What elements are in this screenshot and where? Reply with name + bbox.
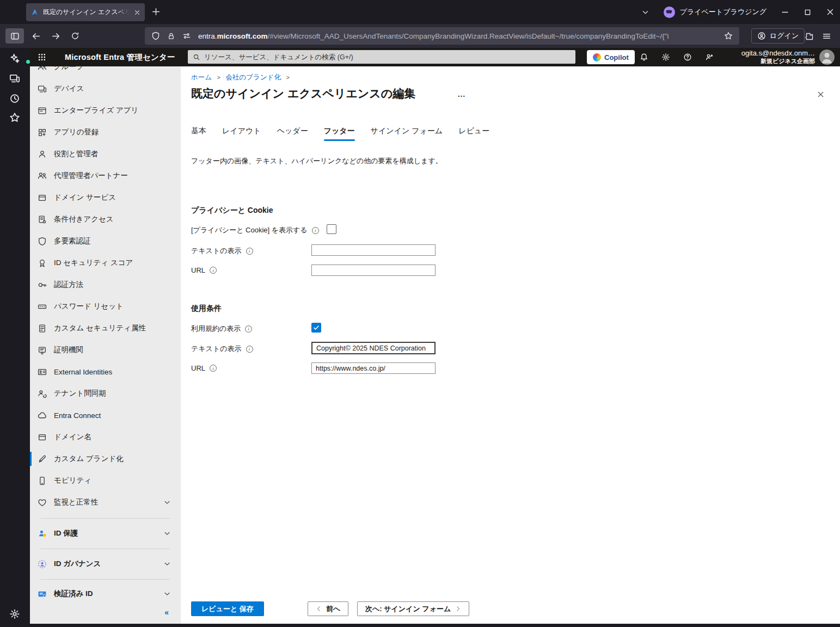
global-search[interactable] (188, 50, 575, 64)
info-icon[interactable]: i (245, 325, 252, 333)
copilot-button[interactable]: Copilot (587, 50, 635, 64)
reload-button[interactable] (71, 32, 79, 40)
browser-window: 既定のサインイン エクスペリエンスの プライベートブラウジング entra.mi… (0, 0, 840, 627)
notification-dot (26, 60, 30, 64)
connection-lock-icon[interactable] (167, 32, 175, 40)
new-tab-button[interactable] (151, 7, 161, 16)
synced-tabs-icon[interactable] (9, 73, 20, 84)
sidebar-item-domain-services[interactable]: ドメイン サービス (30, 187, 181, 208)
back-button[interactable] (32, 32, 41, 41)
bookmarks-star-icon[interactable] (9, 112, 20, 123)
privacy-url-input[interactable] (311, 265, 436, 276)
sidebar-collapse-button[interactable]: « (164, 608, 169, 617)
sidebar-divider (41, 518, 170, 519)
tab-layout[interactable]: レイアウト (222, 126, 261, 141)
privacy-text-row: テキストの表示 i (191, 246, 253, 256)
privacy-text-input[interactable] (311, 244, 436, 256)
account-info[interactable]: ogita.s@ndesdx.onm… 新規ビジネス企画部 (741, 49, 815, 65)
sidebar-item-custom-security-attributes[interactable]: カスタム セキュリティ属性 (30, 317, 181, 339)
history-clock-icon[interactable] (9, 93, 20, 104)
sidebar-item-verified-id[interactable]: 検証済み ID (30, 583, 181, 605)
browser-toolbar: entra.microsoft.com/#view/Microsoft_AAD_… (0, 24, 840, 48)
chevron-down-icon (163, 530, 171, 537)
sidebar-item-mobility[interactable]: モビリティ (30, 470, 181, 491)
sidebar-item-devices[interactable]: デバイス (30, 78, 181, 100)
ai-chatbot-icon[interactable] (9, 52, 20, 63)
terms-show-label: 利用規約の表示 (191, 324, 241, 334)
menu-hamburger-icon[interactable] (822, 32, 831, 41)
previous-button[interactable]: 前へ (308, 601, 348, 616)
sidebar-item-roles-admins[interactable]: 役割と管理者 (30, 143, 181, 165)
account-org: 新規ビジネス企画部 (741, 57, 815, 65)
tab-close-icon[interactable] (134, 9, 140, 16)
list-tabs-chevron-icon[interactable] (641, 8, 649, 16)
sidebar-toggle-button[interactable] (5, 28, 24, 44)
breadcrumb-home-link[interactable]: ホーム (191, 73, 212, 81)
sidebar-item-certificate-authorities[interactable]: 証明機関 (30, 339, 181, 361)
tab-signin-form[interactable]: サインイン フォーム (371, 126, 443, 141)
sidebar-item-id-governance[interactable]: ID ガバナンス (30, 553, 181, 575)
help-icon[interactable] (683, 53, 692, 62)
sidebar-item-custom-branding[interactable]: カスタム ブランド化 (30, 448, 181, 470)
sidebar-item-password-reset[interactable]: パスワード リセット (30, 296, 181, 317)
minimize-button[interactable] (781, 8, 789, 16)
tracking-protection-shield-icon[interactable] (151, 32, 160, 40)
terms-url-input[interactable] (311, 362, 436, 374)
info-icon[interactable]: i (210, 267, 217, 274)
url-text: entra.microsoft.com/#view/Microsoft_AAD_… (198, 32, 717, 40)
permissions-icon[interactable] (182, 32, 191, 40)
info-icon[interactable]: i (210, 365, 217, 372)
sidebar-item-entra-connect[interactable]: Entra Connect (30, 404, 181, 426)
login-button[interactable]: ログイン (751, 28, 805, 44)
sidebar-item-id-protection[interactable]: ID 保護 (30, 522, 181, 544)
app-title[interactable]: Microsoft Entra 管理センター (65, 52, 175, 63)
sidebar-item-domain-names[interactable]: ドメイン名 (30, 426, 181, 448)
sidebar-item-id-secure-score[interactable]: ID セキュリティ スコア (30, 252, 181, 274)
tab-basics[interactable]: 基本 (191, 126, 206, 141)
privacy-show-checkbox[interactable] (327, 224, 336, 234)
info-icon[interactable]: i (246, 248, 253, 255)
notifications-bell-icon[interactable] (640, 53, 648, 62)
next-signin-form-button[interactable]: 次へ: サインイン フォーム (357, 601, 469, 616)
settings-gear-icon[interactable] (9, 608, 20, 619)
sidebar-item-enterprise-apps[interactable]: エンタープライズ アプリ (30, 100, 181, 121)
sidebar-item-monitoring-health[interactable]: 監視と正常性 (30, 491, 181, 513)
url-bar[interactable]: entra.microsoft.com/#view/Microsoft_AAD_… (145, 27, 739, 45)
info-icon[interactable]: i (312, 227, 319, 234)
terms-url-row: URL i (191, 364, 217, 372)
sidebar-item-cross-tenant-sync[interactable]: テナント間同期 (30, 383, 181, 404)
sidebar-item-delegated-partners[interactable]: 代理管理者パートナー (30, 165, 181, 187)
tab-header[interactable]: ヘッダー (277, 126, 308, 141)
terms-show-checkbox[interactable] (311, 323, 321, 333)
review-save-button[interactable]: レビューと 保存 (191, 601, 264, 616)
forward-button[interactable] (51, 32, 60, 41)
privacy-section-heading: プライバシーと Cookie (191, 206, 273, 216)
terms-text-input[interactable] (311, 342, 436, 354)
sidebar-item-conditional-access[interactable]: 条件付きアクセス (30, 208, 181, 230)
more-options-icon[interactable]: … (457, 89, 466, 99)
close-page-icon[interactable] (817, 90, 825, 99)
waffle-menu-icon[interactable] (38, 53, 46, 62)
sidebar-item-auth-methods[interactable]: 認証方法 (30, 274, 181, 296)
info-icon[interactable]: i (246, 346, 253, 353)
page-title: 既定のサインイン エクスペリエンスの編集 (191, 86, 415, 101)
settings-gear-icon-header[interactable] (661, 53, 670, 62)
sidebar-item-groups[interactable]: グループ (30, 66, 181, 78)
chevron-right-icon (455, 606, 461, 612)
close-window-button[interactable] (826, 8, 835, 16)
avatar[interactable] (819, 50, 835, 65)
feedback-icon[interactable] (705, 53, 714, 62)
sidebar-item-external-identities[interactable]: External Identities (30, 361, 181, 383)
browser-tab[interactable]: 既定のサインイン エクスペリエンスの (26, 3, 145, 21)
extensions-puzzle-icon[interactable] (805, 32, 813, 40)
bookmark-star-icon[interactable] (724, 32, 733, 40)
privacy-text-label: テキストの表示 (191, 246, 242, 256)
tab-review[interactable]: レビュー (458, 126, 489, 141)
sidebar-item-app-registrations[interactable]: アプリの登録 (30, 121, 181, 143)
sidebar-item-mfa[interactable]: 多要素認証 (30, 230, 181, 252)
tab-footer[interactable]: フッター (324, 126, 355, 141)
maximize-button[interactable] (804, 8, 812, 16)
tab-title: 既定のサインイン エクスペリエンスの (43, 8, 130, 17)
breadcrumb-branding-link[interactable]: 会社のブランド化 (226, 73, 281, 81)
search-input[interactable] (204, 53, 571, 61)
